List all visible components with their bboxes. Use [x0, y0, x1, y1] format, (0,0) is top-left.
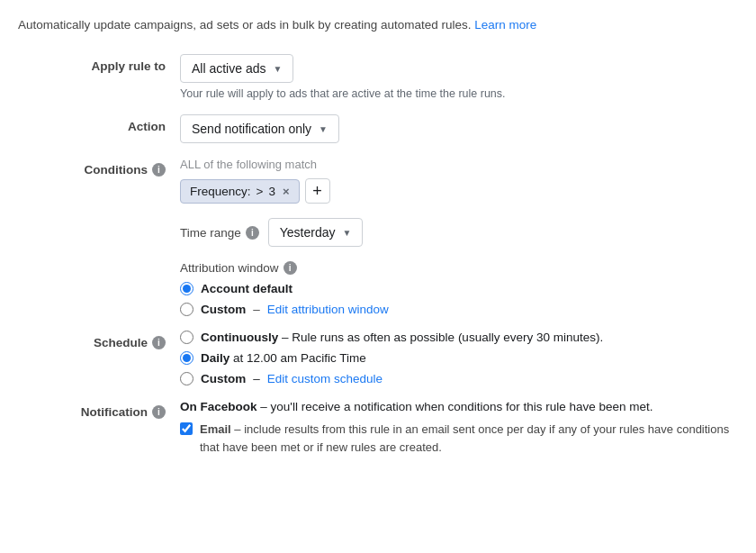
- schedule-option-custom: Custom – Edit custom schedule: [180, 372, 738, 385]
- attribution-window-label-container: [18, 261, 180, 267]
- notification-row: Notification i On Facebook – you'll rece…: [18, 400, 738, 456]
- action-dropdown[interactable]: Send notification only ▼: [180, 114, 339, 143]
- time-range-label: Time range i: [180, 226, 259, 240]
- apply-rule-row: Apply rule to All active ads ▼ Your rule…: [18, 54, 738, 100]
- schedule-content: Continuously – Rule runs as often as pos…: [180, 331, 738, 385]
- attribution-option-custom: Custom – Edit attribution window: [180, 303, 738, 316]
- edit-custom-schedule-link[interactable]: Edit custom schedule: [267, 372, 382, 385]
- notification-email-label[interactable]: Email – include results from this rule i…: [200, 421, 738, 456]
- attribution-window-label: Attribution window i: [180, 261, 297, 275]
- attribution-window-content: Attribution window i Account default Cus…: [180, 261, 738, 316]
- apply-rule-arrow-icon: ▼: [273, 64, 282, 74]
- schedule-custom-label[interactable]: Custom: [201, 372, 246, 385]
- attribution-option-default: Account default: [180, 282, 738, 295]
- schedule-info-icon[interactable]: i: [152, 336, 166, 349]
- schedule-daily-radio[interactable]: [180, 351, 194, 365]
- attribution-custom-label[interactable]: Custom: [201, 303, 246, 316]
- apply-rule-dropdown[interactable]: All active ads ▼: [180, 54, 293, 83]
- intro-text: Automatically update campaigns, ad sets …: [18, 16, 738, 34]
- conditions-label: Conditions i: [18, 158, 180, 177]
- time-range-dropdown[interactable]: Yesterday ▼: [268, 218, 364, 247]
- action-label: Action: [18, 114, 180, 133]
- attribution-window-row: Attribution window i Account default Cus…: [18, 261, 738, 316]
- add-condition-button[interactable]: +: [305, 178, 330, 204]
- intro-section: Automatically update campaigns, ad sets …: [18, 16, 738, 34]
- condition-remove-btn[interactable]: ×: [283, 185, 290, 198]
- time-range-row: Time range i Yesterday ▼: [18, 218, 738, 247]
- notification-info-icon[interactable]: i: [152, 405, 166, 419]
- time-range-label-container: [18, 218, 180, 223]
- schedule-custom-radio[interactable]: [180, 372, 194, 385]
- attribution-default-label[interactable]: Account default: [201, 282, 292, 295]
- schedule-radio-group: Continuously – Rule runs as often as pos…: [180, 331, 738, 385]
- conditions-content: ALL of the following match Frequency: > …: [180, 158, 738, 204]
- condition-tag-label: Frequency:: [190, 185, 251, 198]
- action-row: Action Send notification only ▼: [18, 114, 738, 143]
- apply-rule-helper: Your rule will apply to ads that are act…: [180, 87, 738, 100]
- time-range-wrapper: Time range i Yesterday ▼: [180, 218, 738, 247]
- action-arrow-icon: ▼: [319, 124, 328, 134]
- condition-tag-value: 3: [268, 185, 275, 198]
- conditions-match-text: ALL of the following match: [180, 158, 738, 171]
- condition-tag-operator: >: [256, 185, 264, 198]
- apply-rule-label: Apply rule to: [18, 54, 180, 73]
- notification-label: Notification i: [18, 400, 180, 419]
- notification-content: On Facebook – you'll receive a notificat…: [180, 400, 738, 456]
- time-range-content: Time range i Yesterday ▼: [180, 218, 738, 247]
- notification-email-item: Email – include results from this rule i…: [180, 421, 738, 456]
- schedule-daily-label[interactable]: Daily at 12.00 am Pacific Time: [201, 351, 366, 365]
- schedule-continuously-radio[interactable]: [180, 331, 194, 344]
- schedule-option-daily: Daily at 12.00 am Pacific Time: [180, 351, 738, 365]
- conditions-row: Conditions i ALL of the following match …: [18, 158, 738, 204]
- action-content: Send notification only ▼: [180, 114, 738, 143]
- notification-main: On Facebook – you'll receive a notificat…: [180, 400, 738, 413]
- condition-tag-frequency: Frequency: > 3 ×: [180, 179, 300, 204]
- schedule-option-continuously: Continuously – Rule runs as often as pos…: [180, 331, 738, 344]
- conditions-info-icon[interactable]: i: [152, 163, 166, 177]
- conditions-tags-row: Frequency: > 3 × +: [180, 178, 738, 204]
- schedule-continuously-label[interactable]: Continuously – Rule runs as often as pos…: [201, 331, 603, 344]
- attribution-label-row: Attribution window i: [180, 261, 738, 275]
- time-range-arrow-icon: ▼: [343, 228, 352, 238]
- schedule-row: Schedule i Continuously – Rule runs as o…: [18, 331, 738, 385]
- apply-rule-content: All active ads ▼ Your rule will apply to…: [180, 54, 738, 100]
- schedule-label: Schedule i: [18, 331, 180, 349]
- learn-more-link[interactable]: Learn more: [474, 18, 536, 32]
- attribution-window-info-icon[interactable]: i: [284, 261, 297, 275]
- notification-email-checkbox[interactable]: [180, 422, 193, 435]
- time-range-info-icon[interactable]: i: [246, 226, 259, 240]
- edit-attribution-link[interactable]: Edit attribution window: [267, 303, 389, 316]
- attribution-radio-group: Account default Custom – Edit attributio…: [180, 282, 738, 316]
- attribution-default-radio[interactable]: [180, 282, 194, 295]
- attribution-custom-radio[interactable]: [180, 303, 194, 316]
